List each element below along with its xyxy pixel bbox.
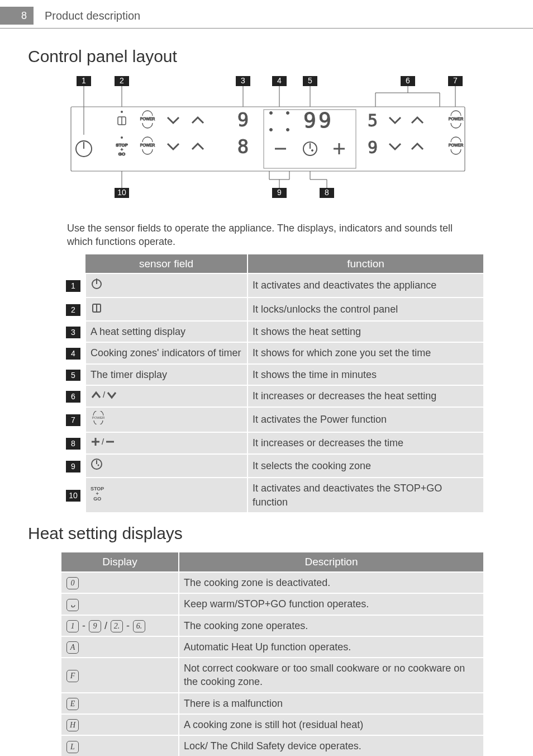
display-glyph: 6. <box>133 620 145 632</box>
control-row: 9It selects the cooking zone <box>61 454 483 478</box>
display-cell: A <box>61 636 179 658</box>
svg-text:9: 9 <box>237 108 249 131</box>
row-index-badge: 10 <box>66 490 80 502</box>
diagram-callouts-top: 1 2 3 4 5 6 7 <box>77 76 463 86</box>
svg-text:POWER: POWER <box>449 117 463 121</box>
intro-paragraph: Use the sensor fields to operate the app… <box>67 221 477 249</box>
control-row: 5The timer displayIt shows the time in m… <box>61 364 483 385</box>
function-cell: It selects the cooking zone <box>248 454 483 478</box>
control-row: 8 / It increases or decreases the time <box>61 432 483 454</box>
sensor-cell: STOP+GO <box>85 478 248 512</box>
section-heading-heat-displays: Heat setting displays <box>28 522 533 545</box>
display-glyph: ᴗ <box>66 599 79 611</box>
sensor-cell: / <box>85 385 248 407</box>
display-row: AAutomatic Heat Up function operates. <box>61 636 483 658</box>
display-row: FNot correct cookware or too small cookw… <box>61 658 483 693</box>
control-row: 1It activates and deactivates the applia… <box>61 273 483 297</box>
power-function-icon: POWER <box>91 411 106 424</box>
power-icon <box>91 277 103 290</box>
function-cell: It activates and deactivates the STOP+GO… <box>248 478 483 512</box>
description-cell: Lock/ The Child Safety device operates. <box>179 735 483 756</box>
display-row: 1 - 9 / 2. - 6.The cooking zone operates… <box>61 615 483 636</box>
svg-text:7: 7 <box>453 76 458 85</box>
display-cell: L <box>61 735 179 756</box>
sensor-cell: A heat setting display <box>85 321 248 342</box>
col-function: function <box>248 254 483 274</box>
svg-text:10: 10 <box>117 188 126 197</box>
function-cell: It activates the Power function <box>248 407 483 432</box>
svg-point-32 <box>287 111 289 114</box>
svg-point-26 <box>121 111 123 113</box>
sensor-cell <box>85 454 248 478</box>
function-cell: It activates and deactivates the applian… <box>248 273 483 297</box>
svg-text:POWER: POWER <box>140 143 155 147</box>
row-index-badge: 9 <box>66 461 80 472</box>
display-cell: H <box>61 714 179 735</box>
sensor-cell: / <box>85 432 248 454</box>
display-cell: 0 <box>61 572 179 593</box>
display-row: ᴗKeep warm/STOP+GO function operates. <box>61 593 483 615</box>
control-row: 4Cooking zones' indicators of timerIt sh… <box>61 342 483 363</box>
function-cell: It shows for which zone you set the time <box>248 342 483 363</box>
control-panel-diagram: 1 2 3 4 5 6 7 <box>60 76 473 208</box>
row-index-badge: 2 <box>66 304 80 316</box>
function-cell: It increases or decreases the heat setti… <box>248 385 483 407</box>
svg-point-34 <box>287 128 289 131</box>
svg-point-78 <box>98 465 99 466</box>
sensor-cell: POWER <box>85 407 248 432</box>
sensor-cell <box>85 273 248 297</box>
description-cell: A cooking zone is still hot (residual he… <box>179 714 483 735</box>
svg-text:1: 1 <box>82 76 86 85</box>
display-glyph: 9 <box>89 620 101 632</box>
control-row: 2It locks/unlocks the control panel <box>61 297 483 321</box>
description-cell: Keep warm/STOP+GO function operates. <box>179 593 483 615</box>
description-cell: Not correct cookware or too small cookwa… <box>179 658 483 693</box>
svg-text:5: 5 <box>368 111 378 130</box>
row-index-badge: 5 <box>66 370 80 381</box>
svg-text:8: 8 <box>325 188 329 197</box>
function-cell: It locks/unlocks the control panel <box>248 297 483 321</box>
display-glyph: 2. <box>111 620 123 632</box>
display-glyph: A <box>66 641 79 654</box>
stopgo-icon: STOP+GO <box>91 486 104 502</box>
row-index-badge: 8 <box>66 438 80 450</box>
display-glyph: H <box>66 719 79 731</box>
svg-point-31 <box>270 111 273 114</box>
svg-text:99: 99 <box>303 108 334 133</box>
svg-text:4: 4 <box>277 76 282 85</box>
col-description: Description <box>179 552 483 572</box>
row-index-badge: 4 <box>66 348 80 360</box>
svg-text:GO: GO <box>118 152 125 157</box>
function-cell: It shows the heat setting <box>248 321 483 342</box>
heat-display-table: Display Description 0The cooking zone is… <box>61 552 483 756</box>
description-cell: The cooking zone is deactivated. <box>179 572 483 593</box>
display-glyph: L <box>66 741 79 753</box>
description-cell: The cooking zone operates. <box>179 615 483 636</box>
col-sensor: sensor field <box>85 254 248 274</box>
breadcrumb: Product description <box>45 8 140 23</box>
svg-text:3: 3 <box>241 76 245 85</box>
clock-icon <box>91 458 103 470</box>
display-glyph: 0 <box>66 577 79 589</box>
svg-point-33 <box>270 128 273 131</box>
control-row: 6 / It increases or decreases the heat s… <box>61 385 483 407</box>
row-index-badge: 1 <box>66 280 80 292</box>
function-cell: It shows the time in minutes <box>248 364 483 385</box>
display-row: EThere is a malfunction <box>61 693 483 714</box>
section-heading-control-panel: Control panel layout <box>28 45 533 68</box>
svg-text:5: 5 <box>308 76 312 85</box>
display-cell: E <box>61 693 179 714</box>
svg-text:2: 2 <box>120 76 124 85</box>
display-row: HA cooking zone is still hot (residual h… <box>61 714 483 735</box>
control-row: 10STOP+GOIt activates and deactivates th… <box>61 478 483 512</box>
diagram-callouts-bottom: 10 9 8 <box>115 188 334 198</box>
svg-point-40 <box>121 136 123 139</box>
description-cell: There is a malfunction <box>179 693 483 714</box>
display-glyph: F <box>66 670 79 682</box>
display-glyph: E <box>66 698 79 710</box>
col-display: Display <box>61 552 179 572</box>
svg-text:8: 8 <box>237 135 249 158</box>
up-down-icon: / <box>91 389 117 400</box>
display-cell: ᴗ <box>61 593 179 615</box>
svg-text:POWER: POWER <box>140 117 155 121</box>
